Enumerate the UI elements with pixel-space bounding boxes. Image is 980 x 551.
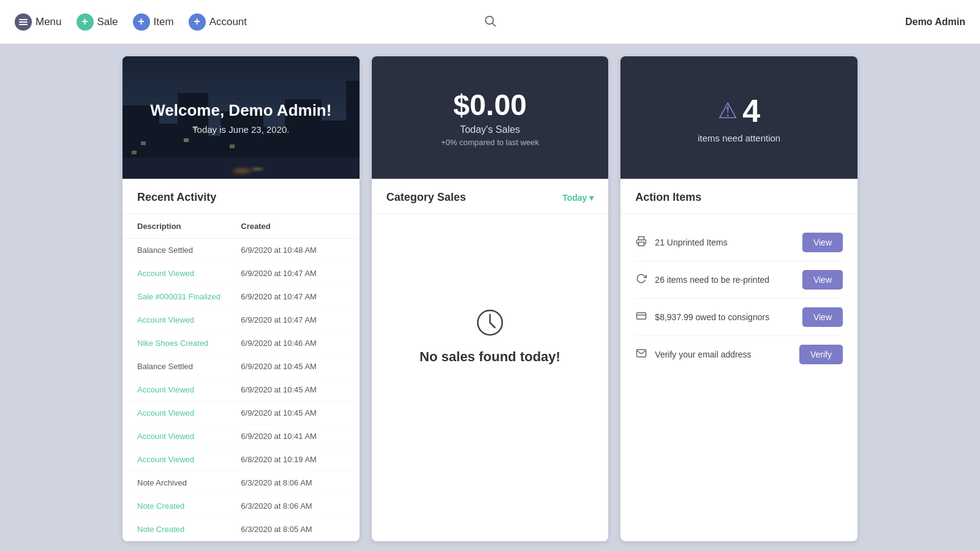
col-sales: $0.00 Today's Sales +0% compared to last… xyxy=(372,56,609,541)
table-row[interactable]: Nike Shoes Created 6/9/2020 at 10:46 AM xyxy=(123,332,360,355)
activity-created: 6/9/2020 at 10:47 AM xyxy=(241,292,344,301)
item-label: Item xyxy=(154,16,174,28)
activity-created: 6/9/2020 at 10:47 AM xyxy=(241,269,344,278)
svg-line-4 xyxy=(492,23,496,26)
activity-created: 6/3/2020 at 8:05 AM xyxy=(241,525,344,534)
table-row[interactable]: Account Viewed 6/9/2020 at 10:45 AM xyxy=(123,378,360,402)
svg-rect-2 xyxy=(19,24,28,25)
activity-description[interactable]: Nike Shoes Created xyxy=(137,339,241,348)
activity-description[interactable]: Account Viewed xyxy=(137,432,241,441)
activity-description[interactable]: Note Created xyxy=(137,525,241,534)
search-button[interactable] xyxy=(483,14,497,30)
svg-rect-9 xyxy=(637,313,646,320)
table-row[interactable]: Account Viewed 6/9/2020 at 10:41 AM xyxy=(123,425,360,448)
search-icon xyxy=(483,14,497,28)
activity-description[interactable]: Account Viewed xyxy=(137,269,241,278)
activity-created: 6/9/2020 at 10:46 AM xyxy=(241,339,344,348)
table-row[interactable]: Account Viewed 6/9/2020 at 10:45 AM xyxy=(123,402,360,425)
category-sales-header: Category Sales Today ▾ xyxy=(372,179,609,214)
action-view-button[interactable]: View xyxy=(802,307,843,327)
activity-description: Balance Settled xyxy=(137,362,241,371)
activity-description[interactable]: Account Viewed xyxy=(137,315,241,324)
sale-nav-item[interactable]: + Sale xyxy=(77,13,118,31)
action-items-header: Action Items xyxy=(620,179,858,214)
action-item: Verify your email address Verify xyxy=(635,336,843,373)
activity-created: 6/9/2020 at 10:48 AM xyxy=(241,246,344,255)
col-attention: ⚠ 4 items need attention Action Items 21… xyxy=(620,56,858,541)
activity-created: 6/9/2020 at 10:41 AM xyxy=(241,432,344,441)
no-sales-text: No sales found today! xyxy=(420,348,560,367)
recent-activity-panel: Recent Activity Description Created Bala… xyxy=(123,179,360,541)
activity-description: Note Archived xyxy=(137,478,241,487)
table-row[interactable]: Account Viewed 6/8/2020 at 10:19 AM xyxy=(123,448,360,471)
table-row[interactable]: Account Viewed 6/9/2020 at 10:47 AM xyxy=(123,262,360,285)
item-icon: + xyxy=(133,13,150,31)
action-item: 21 Unprinted Items View xyxy=(635,224,843,261)
table-row: Balance Settled 6/9/2020 at 10:45 AM xyxy=(123,355,360,378)
activity-description[interactable]: Account Viewed xyxy=(137,455,241,464)
activity-created: 6/9/2020 at 10:45 AM xyxy=(241,362,344,371)
account-label: Account xyxy=(209,16,247,28)
welcome-date: Today is June 23, 2020. xyxy=(150,124,331,135)
table-row[interactable]: Account Viewed 6/9/2020 at 10:47 AM xyxy=(123,309,360,332)
col-created-header: Created xyxy=(241,222,344,231)
activity-description[interactable]: Account Viewed xyxy=(137,385,241,394)
welcome-content: Welcome, Demo Admin! Today is June 23, 2… xyxy=(150,100,331,135)
table-row: Note Archived 6/3/2020 at 8:06 AM xyxy=(123,471,360,495)
table-row[interactable]: Note Created 6/3/2020 at 8:06 AM xyxy=(123,495,360,518)
category-sales-title: Category Sales xyxy=(386,191,466,204)
activity-table: Description Created Balance Settled 6/9/… xyxy=(123,214,360,541)
menu-icon xyxy=(15,13,32,31)
attention-label: items need attention xyxy=(698,133,780,143)
table-row[interactable]: Sale #000031 Finalized 6/9/2020 at 10:47… xyxy=(123,285,360,309)
svg-line-7 xyxy=(490,323,495,328)
activity-created: 6/9/2020 at 10:45 AM xyxy=(241,408,344,418)
activity-created: 6/8/2020 at 10:19 AM xyxy=(241,455,344,464)
col-description-header: Description xyxy=(137,222,241,231)
email-icon xyxy=(635,348,647,361)
clock-icon xyxy=(475,307,505,338)
navbar: Menu + Sale + Item + Account Demo Admin xyxy=(0,0,980,44)
action-text: 21 Unprinted Items xyxy=(655,238,795,247)
activity-rows: Balance Settled 6/9/2020 at 10:48 AM Acc… xyxy=(123,239,360,541)
recent-activity-header: Recent Activity xyxy=(123,179,360,214)
recent-activity-title: Recent Activity xyxy=(137,191,216,204)
action-text: 26 items need to be re-printed xyxy=(655,275,795,285)
activity-description[interactable]: Note Created xyxy=(137,501,241,511)
item-nav-item[interactable]: + Item xyxy=(133,13,174,31)
svg-rect-1 xyxy=(19,21,28,23)
today-label: Today xyxy=(562,193,587,203)
print-icon xyxy=(635,236,647,249)
menu-nav-item[interactable]: Menu xyxy=(15,13,62,31)
activity-description: Balance Settled xyxy=(137,246,241,255)
category-sales-panel: Category Sales Today ▾ No sales found to… xyxy=(372,179,609,541)
action-list: 21 Unprinted Items View 26 items need to… xyxy=(620,214,858,383)
sales-card: $0.00 Today's Sales +0% compared to last… xyxy=(372,56,609,179)
svg-rect-0 xyxy=(19,19,28,20)
action-text: Verify your email address xyxy=(655,350,792,359)
action-item: 26 items need to be re-printed View xyxy=(635,261,843,299)
activity-created: 6/3/2020 at 8:06 AM xyxy=(241,501,344,511)
money-icon xyxy=(635,310,647,324)
table-header: Description Created xyxy=(123,214,360,239)
no-sales-message: No sales found today! xyxy=(372,214,609,459)
sales-label: Today's Sales xyxy=(460,124,520,135)
action-view-button[interactable]: View xyxy=(802,270,843,290)
activity-description[interactable]: Sale #000031 Finalized xyxy=(137,292,241,301)
activity-description[interactable]: Account Viewed xyxy=(137,408,241,418)
today-filter[interactable]: Today ▾ xyxy=(562,193,594,203)
menu-label: Menu xyxy=(36,16,62,28)
refresh-icon xyxy=(635,273,647,287)
action-item: $8,937.99 owed to consignors View xyxy=(635,299,843,336)
svg-rect-8 xyxy=(639,242,644,246)
main-content: Welcome, Demo Admin! Today is June 23, 2… xyxy=(0,44,980,551)
attention-card: ⚠ 4 items need attention xyxy=(620,56,858,179)
sale-icon: + xyxy=(77,13,94,31)
account-nav-item[interactable]: + Account xyxy=(189,13,247,31)
action-items-title: Action Items xyxy=(635,191,701,204)
action-view-button[interactable]: View xyxy=(802,233,843,252)
chevron-down-icon: ▾ xyxy=(589,193,594,203)
action-verify-button[interactable]: Verify xyxy=(799,345,843,364)
table-row[interactable]: Note Created 6/3/2020 at 8:05 AM xyxy=(123,518,360,541)
table-row: Balance Settled 6/9/2020 at 10:48 AM xyxy=(123,239,360,262)
